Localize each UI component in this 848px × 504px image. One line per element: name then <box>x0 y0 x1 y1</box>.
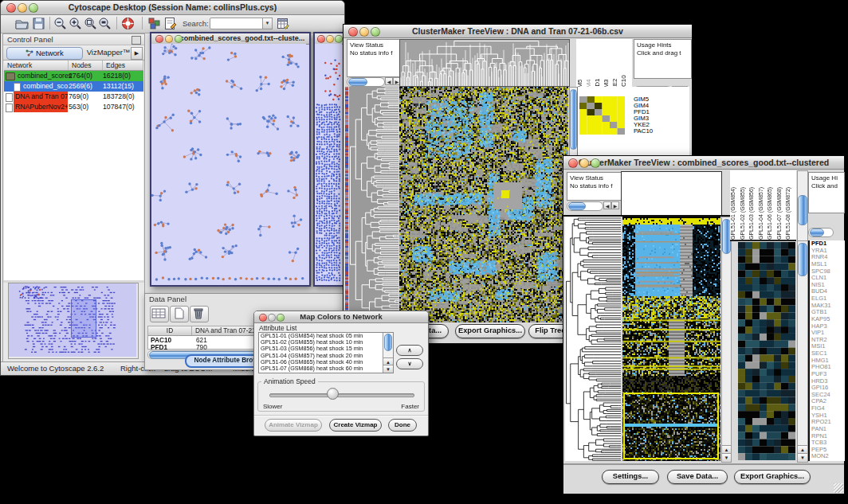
row-label[interactable]: PAN1 <box>810 426 845 433</box>
zoom-heatmap[interactable] <box>738 242 795 460</box>
minimize-button[interactable] <box>326 35 334 43</box>
row-label[interactable]: HRD3 <box>810 378 845 385</box>
row-label[interactable]: RNR4 <box>810 254 845 261</box>
birdseye-view[interactable] <box>8 283 139 359</box>
treeview-dna-titlebar[interactable]: ClusterMaker TreeView : DNA and Tran 07-… <box>344 25 692 38</box>
row-label[interactable]: YSH1 <box>810 412 845 420</box>
row-label[interactable]: MON2 <box>810 453 845 460</box>
row-label[interactable]: PFD1 <box>810 240 845 248</box>
zoom-button[interactable] <box>371 27 380 37</box>
global-heatmap[interactable] <box>622 217 720 461</box>
row-dendrogram[interactable] <box>565 217 621 461</box>
dialog-titlebar[interactable]: Map Colors to Network <box>254 311 428 323</box>
view-status-scrollbar[interactable] <box>567 201 603 211</box>
new-attribute-button[interactable] <box>170 306 189 322</box>
delete-attribute-icon[interactable] <box>190 306 209 322</box>
network-list-row[interactable]: combined_scores2764(0)16218(0) <box>4 71 143 81</box>
row-label[interactable]: PUF3 <box>810 371 845 378</box>
row-label[interactable]: YRA1 <box>810 248 845 255</box>
treeview-combined-titlebar[interactable]: ClusterMaker TreeView : combined_scores_… <box>563 156 844 170</box>
attribute-list-scrollbar[interactable]: ▲▼ <box>383 333 393 373</box>
column-labels-scrollbar[interactable] <box>797 170 808 241</box>
network-list-row[interactable]: combined_sco2569(6)13112(15) <box>4 81 143 92</box>
close-button[interactable] <box>317 35 325 43</box>
row-label[interactable]: ELG1 <box>810 295 845 303</box>
speed-slider-track[interactable] <box>269 393 414 397</box>
close-button[interactable] <box>259 314 267 322</box>
search-input[interactable] <box>210 18 264 29</box>
column-dendrogram[interactable] <box>399 39 570 87</box>
row-label[interactable]: RPO21 <box>810 419 845 426</box>
row-label[interactable]: NIS1 <box>810 282 845 289</box>
export-graphics-button[interactable]: Export Graphics... <box>734 470 811 484</box>
zoom-fit-icon[interactable] <box>98 17 112 30</box>
save-icon[interactable] <box>32 17 45 30</box>
help-lifering-icon[interactable] <box>121 17 135 30</box>
row-label[interactable]: PEP5 <box>810 447 845 454</box>
zoom-selected-icon[interactable] <box>84 17 97 30</box>
tab-network[interactable]: Network <box>6 47 83 60</box>
network-canvas[interactable] <box>151 44 306 283</box>
minimize-button[interactable] <box>268 314 276 322</box>
annotation-icon[interactable] <box>163 17 177 30</box>
network-list-row[interactable]: DNA and Tran 07769(0)183728(0) <box>4 92 143 102</box>
minimize-button[interactable] <box>579 158 589 168</box>
row-label[interactable]: MSL1 <box>810 261 845 268</box>
row-label[interactable]: FIG4 <box>810 405 845 412</box>
col-nodes[interactable]: Nodes <box>69 61 103 70</box>
create-vizmap-button[interactable]: Create Vizmap <box>329 419 382 432</box>
row-label[interactable]: MAK31 <box>810 303 845 310</box>
tab-overflow-button[interactable]: ▶ <box>131 47 143 60</box>
global-heatmap[interactable] <box>399 87 568 322</box>
row-label[interactable]: GPI16 <box>810 385 845 392</box>
network-list-row[interactable]: RNAPuberNov2+563(0)107847(0) <box>4 102 143 112</box>
export-graphics-button[interactable]: Export Graphics... <box>455 324 525 338</box>
attribute-item[interactable]: GPL51-07 (GSM868) heat shock 60 min <box>259 365 393 372</box>
select-attributes-button[interactable] <box>150 306 169 322</box>
zoom-button[interactable] <box>335 35 343 43</box>
view-status-scrollbar[interactable] <box>347 77 385 87</box>
row-label[interactable]: TCB3 <box>810 440 845 447</box>
zoom-button[interactable] <box>277 314 285 322</box>
column-label[interactable]: GPL51-06 (GSM865) <box>767 170 776 240</box>
attribute-listbox[interactable]: GPL51-01 (GSM854) heat shock 05 minGPL51… <box>258 332 394 373</box>
scroll-arrows[interactable]: ◀▶ <box>603 201 619 209</box>
row-label[interactable]: PHO81 <box>810 364 845 371</box>
row-label[interactable]: HMG1 <box>810 357 845 365</box>
attribute-browser-icon[interactable] <box>277 17 290 30</box>
close-button[interactable] <box>348 27 358 37</box>
row-label[interactable]: PAC10 <box>634 128 653 135</box>
scroll-arrows[interactable]: ◀▶ <box>385 77 401 85</box>
row-label[interactable]: HAP3 <box>810 323 845 330</box>
column-label[interactable]: GPL51-04 (GSM857) <box>758 170 768 240</box>
col-edges[interactable]: Edges <box>103 61 143 70</box>
column-label[interactable]: GPL51-07 (GSM868) <box>776 170 786 240</box>
column-label[interactable]: GPL51-01 (GSM854) <box>730 170 740 240</box>
minimize-button[interactable] <box>359 27 369 37</box>
open-file-icon[interactable] <box>15 17 29 30</box>
close-button[interactable] <box>568 158 578 168</box>
save-data-button[interactable]: Save Data... <box>667 470 728 484</box>
gene-list-scrollbar[interactable]: ▲▼ <box>797 240 808 463</box>
heatmap-vscrollbar[interactable]: ▲▼ <box>721 217 732 463</box>
main-window-titlebar[interactable]: Cytoscape Desktop (Session Name: collins… <box>1 1 344 15</box>
close-button[interactable] <box>155 35 163 43</box>
row-label[interactable]: RPN1 <box>810 433 845 440</box>
network-view-2-titlebar[interactable] <box>315 33 345 45</box>
network-canvas-2[interactable] <box>315 44 342 283</box>
speed-slider-thumb[interactable] <box>327 388 339 400</box>
move-up-button[interactable]: ∧ <box>396 345 423 356</box>
minimize-button[interactable] <box>165 35 173 43</box>
col-network[interactable]: Network <box>4 61 69 70</box>
column-label[interactable]: GPL51-08 (GSM872) <box>785 170 795 240</box>
zoom-out-icon[interactable] <box>53 17 67 30</box>
tab-vizmapper[interactable]: VizMapper™ <box>84 47 132 58</box>
row-label[interactable]: SPC98 <box>810 268 845 275</box>
zoom-button[interactable] <box>175 35 183 43</box>
zoom-in-icon[interactable] <box>69 17 82 30</box>
settings-button[interactable]: Settings... <box>602 470 659 484</box>
row-label[interactable]: SEC24 <box>810 392 845 399</box>
row-label[interactable]: BUD4 <box>810 288 845 295</box>
resize-grip[interactable] <box>834 483 843 493</box>
row-label[interactable]: NTR2 <box>810 337 845 344</box>
